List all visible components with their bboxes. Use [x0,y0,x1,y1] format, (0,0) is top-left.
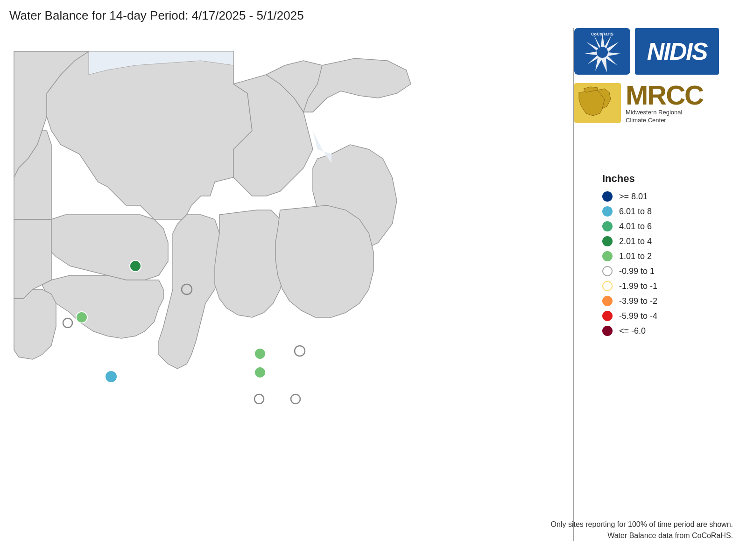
legend-item-601to8: 6.01 to 8 [602,206,733,217]
legend-dot-n199ton1 [602,281,613,291]
legend-item-ge801: >= 8.01 [602,191,733,202]
logos-container: CoCoRaHS NIDIS MRCC Midwestern Regional … [574,28,733,125]
svg-point-1 [597,47,608,58]
dot-1 [130,260,141,272]
dot-4 [63,318,72,328]
footer-text: Only sites reporting for 100% of time pe… [551,519,733,541]
dot-7 [254,367,266,378]
legend-dot-n099to1 [602,266,613,276]
map-container [5,26,472,539]
map-svg [5,26,472,539]
legend-container: Inches >= 8.01 6.01 to 8 4.01 to 6 2.01 … [602,173,733,341]
dot-10 [291,394,300,404]
legend-item-n399ton2: -3.99 to -2 [602,296,733,306]
mrcc-text: MRCC Midwestern Regional Climate Center [626,82,703,125]
dot-8 [295,346,305,356]
legend-item-401to6: 4.01 to 6 [602,221,733,231]
dot-3 [76,312,87,323]
cocorahs-logo: CoCoRaHS [574,28,630,75]
legend-item-le-60: <= -6.0 [602,326,733,336]
legend-item-201to4: 2.01 to 4 [602,236,733,246]
legend-item-n599ton4: -5.99 to -4 [602,311,733,321]
legend-dot-le-60 [602,326,613,336]
legend-dot-101to2 [602,251,613,261]
legend-item-101to2: 1.01 to 2 [602,251,733,261]
legend-item-n099to1: -0.99 to 1 [602,266,733,276]
nidis-logo: NIDIS [635,28,719,75]
mrcc-logo-row: MRCC Midwestern Regional Climate Center [574,82,703,125]
legend-item-n199ton1: -1.99 to -1 [602,281,733,291]
legend-title: Inches [602,173,733,185]
legend-dot-n599ton4 [602,311,613,321]
dot-6 [254,348,266,359]
logo-row1: CoCoRaHS NIDIS [574,28,719,75]
dot-9 [254,394,264,404]
page-title: Water Balance for 14-day Period: 4/17/20… [9,8,304,23]
dot-5 [105,371,117,383]
legend-dot-401to6 [602,221,613,231]
legend-dot-ge801 [602,191,613,202]
legend-dot-601to8 [602,206,613,217]
legend-dot-201to4 [602,236,613,246]
mrcc-map-icon [574,83,621,123]
svg-text:CoCoRaHS: CoCoRaHS [591,32,613,36]
legend-dot-n399ton2 [602,296,613,306]
